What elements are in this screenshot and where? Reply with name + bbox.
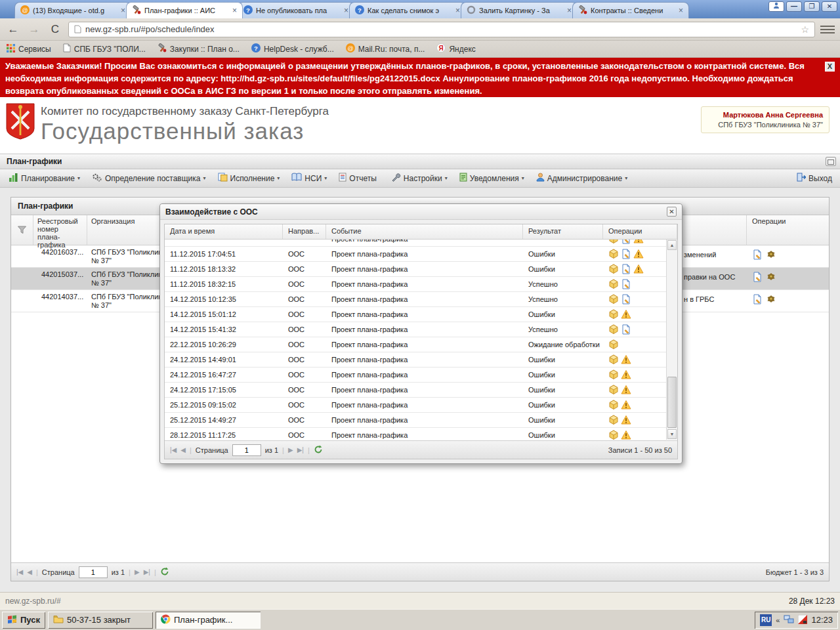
bookmark-star-icon[interactable]: ☆ — [801, 24, 809, 35]
bookmark-label: Закупки :: План о... — [170, 45, 240, 54]
log-row[interactable]: 11.12.2015 18:13:32 ООС Проект плана-гра… — [165, 262, 677, 277]
menu-item[interactable]: Настройки ▾ — [385, 169, 453, 187]
last-page-icon[interactable]: ▶| — [297, 446, 304, 453]
menu-item[interactable]: НСИ ▾ — [285, 169, 333, 187]
dialog-title-bar[interactable]: Взаимодействие с ООС ✕ — [160, 204, 682, 220]
taskbar-task[interactable]: 50-37-15 закрыт — [48, 612, 153, 629]
bookmark-item[interactable]: @ Mail.Ru: почта, п... — [346, 43, 425, 54]
row-operations[interactable] — [752, 249, 776, 260]
bookmark-item[interactable]: Я Яндекс — [436, 43, 475, 54]
browser-tab[interactable]: @ (13) Входящие - otd.g × — [14, 2, 131, 18]
tray-expand-icon[interactable]: « — [776, 616, 780, 624]
profile-button[interactable] — [768, 1, 784, 12]
row-operations[interactable] — [752, 294, 776, 304]
oos-interaction-dialog: Взаимодействие с ООС ✕ Дата и время Напр… — [159, 203, 682, 464]
eagle-icon — [766, 249, 776, 260]
log-row[interactable]: 24.12.2015 17:15:05 ООС Проект плана-гра… — [165, 383, 677, 398]
tab-close-icon[interactable]: × — [567, 6, 572, 15]
dialog-pagination-bar: |◀ ◀ | Страница из 1 | ▶ ▶| | Записи 1 -… — [165, 440, 677, 459]
warning-icon — [621, 430, 631, 440]
back-button[interactable]: ← — [5, 23, 21, 36]
document-edit-icon — [752, 249, 763, 260]
tab-close-icon[interactable]: × — [455, 6, 460, 15]
address-url[interactable]: new.gz-spb.ru/#po/schedule/index — [85, 24, 797, 34]
dialog-close-icon[interactable]: ✕ — [667, 207, 677, 217]
menu-item[interactable]: Администрирование ▾ — [530, 169, 633, 187]
scroll-up-icon[interactable]: ▲ — [667, 240, 677, 250]
log-row[interactable]: 25.12.2015 14:49:27 ООС Проект плана-гра… — [165, 413, 677, 428]
prev-page-icon[interactable]: ◀ — [180, 446, 186, 453]
vertical-scrollbar[interactable]: ▲ ▼ — [666, 240, 677, 440]
menu-item[interactable]: Отчеты — [333, 169, 385, 187]
log-row[interactable]: 24.12.2015 16:47:27 ООС Проект плана-гра… — [165, 368, 677, 383]
page-input[interactable] — [232, 444, 261, 456]
tab-close-icon[interactable]: × — [344, 6, 348, 15]
browser-tab[interactable]: План-графики :: АИС × — [126, 2, 243, 18]
status-text: н в ГРБС — [684, 295, 714, 303]
log-row[interactable]: 28.12.2015 11:17:25 ООС Проект плана-гра… — [165, 428, 677, 440]
column-event[interactable]: Событие — [326, 224, 523, 239]
menu-item[interactable]: Исполнение ▾ — [212, 169, 286, 187]
chevron-down-icon: ▾ — [77, 175, 80, 181]
forward-button[interactable]: → — [26, 23, 42, 36]
banner-close-icon[interactable]: X — [825, 62, 835, 72]
bookmark-item[interactable]: СПБ ГБУЗ "ПОЛИ... — [63, 43, 146, 54]
browser-menu-icon[interactable] — [820, 26, 835, 33]
log-row[interactable]: 14.12.2015 15:01:12 ООС Проект плана-гра… — [165, 307, 677, 322]
menu-item[interactable]: Определение поставщика ▾ — [86, 169, 212, 187]
scroll-down-icon[interactable]: ▼ — [667, 429, 677, 439]
maximize-button[interactable]: ❐ — [804, 1, 820, 12]
exit-button[interactable]: Выход — [791, 173, 837, 184]
next-page-icon[interactable]: ▶ — [135, 568, 140, 576]
first-page-icon[interactable]: |◀ — [16, 568, 23, 576]
column-result[interactable]: Результат — [523, 224, 603, 239]
collapse-button[interactable] — [826, 157, 836, 166]
first-page-icon[interactable]: |◀ — [170, 446, 177, 453]
direction: ООС — [283, 386, 326, 394]
bookmark-item[interactable]: ? HelpDesk - служб... — [251, 43, 334, 54]
tab-close-icon[interactable]: × — [679, 6, 683, 15]
log-row[interactable]: 24.12.2015 14:49:01 ООС Проект плана-гра… — [165, 352, 677, 368]
menu-item[interactable]: Планирование ▾ — [3, 169, 86, 187]
prev-page-icon[interactable]: ◀ — [27, 568, 32, 576]
windows-flag-icon — [7, 615, 17, 624]
log-row[interactable]: 14.12.2015 10:12:35 ООС Проект плана-гра… — [165, 292, 677, 307]
log-row[interactable]: 22.12.2015 10:26:29 ООС Проект плана-гра… — [165, 337, 677, 352]
browser-tab[interactable]: Залить Картинку - За × — [461, 2, 578, 18]
browser-tab[interactable]: Контракты :: Сведени × — [572, 2, 689, 18]
log-row[interactable]: 25.12.2015 09:15:02 ООС Проект плана-гра… — [165, 398, 677, 413]
chevron-down-icon: ▾ — [625, 175, 627, 181]
app-title: План-графики — [7, 157, 62, 166]
taskbar-task[interactable]: План-график... — [156, 612, 261, 629]
bookmark-item[interactable]: Сервисы — [7, 44, 51, 54]
column-datetime[interactable]: Дата и время — [165, 224, 283, 239]
column-operations[interactable]: Операции — [746, 215, 829, 245]
user-box[interactable]: Мартюкова Анна Сергеевна СПб ГБУЗ "Полик… — [701, 106, 830, 133]
next-page-icon[interactable]: ▶ — [288, 446, 293, 453]
tab-close-icon[interactable]: × — [121, 6, 125, 15]
log-row[interactable]: 11.12.2015 17:04:51 ООС Проект плана-гра… — [165, 247, 677, 262]
close-button[interactable]: ✕ — [822, 1, 837, 12]
reload-button[interactable]: C — [47, 23, 63, 36]
scrollbar-thumb[interactable] — [667, 377, 677, 428]
language-indicator[interactable]: RU — [760, 614, 772, 626]
minimize-button[interactable]: — — [786, 1, 802, 12]
column-direction[interactable]: Направ... — [283, 224, 326, 239]
browser-tab[interactable]: ? Не опубликовать пла × — [238, 2, 354, 18]
event: Проект плана-графика — [326, 326, 523, 333]
last-page-icon[interactable]: ▶| — [144, 568, 150, 576]
menu-item[interactable]: Уведомления ▾ — [453, 169, 530, 187]
address-bar[interactable]: new.gz-spb.ru/#po/schedule/index ☆ — [68, 22, 815, 37]
column-operations[interactable]: Операции — [603, 224, 677, 239]
log-row[interactable]: 11.12.2015 18:32:15 ООС Проект плана-гра… — [165, 277, 677, 292]
start-button[interactable]: Пуск — [2, 612, 45, 629]
log-row[interactable]: 14.12.2015 15:41:32 ООС Проект плана-гра… — [165, 322, 677, 337]
page-input[interactable] — [79, 566, 108, 578]
column-registry-number[interactable]: Реестровый номер плана-графика — [33, 215, 87, 245]
tab-close-icon[interactable]: × — [232, 6, 237, 15]
browser-tab[interactable]: ? Как сделать снимок э × — [349, 2, 466, 18]
datetime: 11.12.2015 18:32:15 — [165, 280, 283, 288]
bookmark-item[interactable]: Закупки :: План о... — [158, 43, 240, 54]
filter-column-header[interactable] — [11, 215, 33, 245]
row-operations[interactable] — [752, 272, 776, 282]
